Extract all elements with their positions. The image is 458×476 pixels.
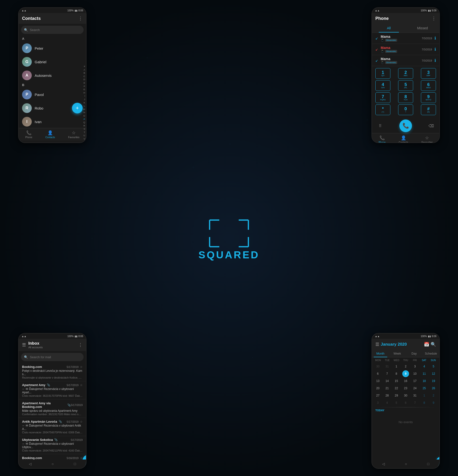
call-info-btn-2[interactable]: ℹ	[434, 58, 436, 63]
add-contact-fab[interactable]: +	[72, 103, 83, 113]
contact-ivan[interactable]: I Ivan	[19, 115, 86, 128]
dialpad-key-star[interactable]: *(+)	[375, 104, 390, 115]
cal-day-6b[interactable]: 6	[402, 400, 409, 406]
contacts-nav-contacts[interactable]: 👤 Contacts	[45, 130, 55, 139]
cal-day-2[interactable]: 2	[402, 363, 409, 370]
cal-day-9-today[interactable]: 9	[402, 370, 409, 377]
cal-day-9b[interactable]: 9	[430, 400, 437, 406]
dialpad-key-2[interactable]: 2ABC	[398, 68, 413, 79]
dialpad-backspace-btn[interactable]: ⌫	[426, 121, 436, 131]
cal-day-11[interactable]: 11	[421, 370, 428, 377]
email-row-1[interactable]: Apartment Amy 📎 5/17/2019 ☆ ← ✉ Ďakujeme…	[19, 381, 86, 400]
cal-day-17[interactable]: 17	[411, 378, 418, 384]
cal-day-7[interactable]: 7	[384, 370, 390, 377]
dialpad-key-9[interactable]: 9WXYZ	[421, 92, 436, 103]
contact-pavol[interactable]: P Pavol	[19, 88, 86, 101]
cal-day-18[interactable]: 18	[421, 378, 428, 384]
cal-day-15[interactable]: 15	[393, 378, 400, 384]
phone-nav-contacts[interactable]: 👤 Contacts	[399, 135, 408, 143]
call-row-0[interactable]: ↙ Mama 📱 Slovensko 7/3/2019 ℹ	[372, 33, 439, 44]
cal-day-8b[interactable]: 8	[421, 400, 428, 406]
cal-day-6[interactable]: 6	[374, 370, 381, 377]
contacts-scroll[interactable]: A P Peter G Gabriel A A	[19, 36, 86, 128]
inbox-hamburger-icon[interactable]: ☰	[22, 342, 26, 348]
contact-peter[interactable]: P Peter	[19, 42, 86, 55]
inbox-menu-icon[interactable]: ⋮	[78, 342, 83, 348]
cal-home-btn[interactable]: ○	[405, 462, 407, 466]
email-star-1[interactable]: ☆	[80, 383, 83, 387]
cal-day-12[interactable]: 12	[430, 370, 437, 377]
tab-all[interactable]: All	[372, 24, 406, 33]
dialpad-key-3[interactable]: 3DEF	[421, 68, 436, 79]
dialpad-key-hash[interactable]: #(0)	[421, 104, 436, 115]
contact-gabriel[interactable]: G Gabriel	[19, 55, 86, 68]
call-row-1[interactable]: ↙ Mama 📱 Slovensko 7/3/2019 ℹ	[372, 44, 439, 55]
dialpad-key-5[interactable]: 5JKL	[398, 80, 413, 91]
cal-day-31b[interactable]: 31	[411, 392, 418, 399]
email-row-4[interactable]: Ubytovanie Sokolica 📎 5/17/2019 ← ✉ Ďaku…	[19, 436, 86, 454]
email-row-0[interactable]: Booking.com 5/17/2019 ☆ Pobyt v destinác…	[19, 363, 86, 381]
email-row-3[interactable]: Antik Apartmán Levoča 📎 5/17/2019 ☆ ← ✉ …	[19, 418, 86, 436]
phone-nav-favourites[interactable]: ☆ Favourites	[421, 135, 433, 143]
email-row-2[interactable]: Apartment Amy via Booking.com 📎 5/17/201…	[19, 400, 86, 418]
contacts-search-bar[interactable]: 🔍	[21, 26, 84, 34]
cal-day-1b[interactable]: 1	[421, 392, 428, 399]
cal-day-3b[interactable]: 3	[374, 400, 381, 406]
call-info-btn-0[interactable]: ℹ	[434, 36, 436, 41]
call-button[interactable]: 📞	[399, 119, 412, 132]
cal-day-5[interactable]: 5	[430, 363, 437, 370]
email-scroll[interactable]: Booking.com 5/17/2019 ☆ Pobyt v destinác…	[19, 363, 86, 465]
call-row-2[interactable]: ↙ Mama 📱 Slovensko 7/3/2019 ℹ	[372, 55, 439, 66]
cal-day-4b[interactable]: 4	[384, 400, 390, 406]
dialpad-key-8[interactable]: 8TUV	[398, 92, 413, 103]
contacts-nav-favourites[interactable]: ☆ Favourites	[68, 130, 79, 139]
cal-day-7b[interactable]: 7	[411, 400, 418, 406]
cal-day-26[interactable]: 26	[430, 385, 437, 392]
call-info-btn-1[interactable]: ℹ	[434, 47, 436, 52]
cal-day-27[interactable]: 27	[374, 392, 381, 399]
email-back-btn[interactable]: ◁	[29, 462, 32, 466]
cal-day-16[interactable]: 16	[402, 378, 409, 384]
cal-tab-schedule[interactable]: Schedule	[423, 350, 440, 357]
phone-nav-phone[interactable]: 📞 Phone	[379, 135, 386, 143]
cal-day-30a[interactable]: 30	[374, 363, 381, 370]
cal-day-28[interactable]: 28	[384, 392, 390, 399]
cal-day-3[interactable]: 3	[411, 363, 418, 370]
alphabet-sidebar[interactable]: # A B C D E F G H I J K L M N O P Q R S	[83, 65, 85, 143]
cal-hamburger-icon[interactable]: ☰	[375, 342, 379, 347]
cal-tab-day[interactable]: Day	[406, 350, 423, 357]
dialpad-key-0[interactable]: 0+	[398, 104, 413, 115]
cal-recents-btn[interactable]: □	[427, 462, 429, 466]
cal-tab-month[interactable]: Month	[372, 350, 389, 357]
dialpad-key-4[interactable]: 4GHI	[375, 80, 390, 91]
cal-day-25[interactable]: 25	[421, 385, 428, 392]
email-home-btn[interactable]: ○	[52, 462, 54, 466]
cal-back-btn[interactable]: ◁	[382, 462, 385, 466]
cal-day-10[interactable]: 10	[411, 370, 418, 377]
contacts-menu-icon[interactable]: ⋮	[78, 16, 83, 21]
cal-day-4[interactable]: 4	[421, 363, 428, 370]
cal-day-23[interactable]: 23	[402, 385, 409, 392]
dialpad-toggle-btn[interactable]: ⠿	[375, 121, 385, 131]
dialpad-key-1[interactable]: 1QO	[375, 68, 390, 79]
email-search-input[interactable]	[30, 355, 81, 359]
cal-day-24[interactable]: 24	[411, 385, 418, 392]
cal-day-5b[interactable]: 5	[393, 400, 400, 406]
cal-day-29[interactable]: 29	[393, 392, 400, 399]
cal-tab-week[interactable]: Week	[389, 350, 406, 357]
email-star-3[interactable]: ☆	[80, 420, 83, 423]
cal-day-20[interactable]: 20	[374, 385, 381, 392]
contacts-search-input[interactable]	[30, 28, 81, 32]
cal-day-30b[interactable]: 30	[402, 392, 409, 399]
email-star-0[interactable]: ☆	[80, 365, 83, 369]
cal-day-22[interactable]: 22	[393, 385, 400, 392]
cal-today-icon[interactable]: 📅	[424, 342, 429, 347]
tab-missed[interactable]: Missed	[406, 24, 439, 33]
dialpad-key-6[interactable]: 6MNO	[421, 80, 436, 91]
email-recents-btn[interactable]: □	[74, 462, 76, 466]
contacts-nav-phone[interactable]: 📞 Phone	[25, 130, 32, 139]
cal-day-31a[interactable]: 31	[384, 363, 390, 370]
email-star-5[interactable]: ☆	[80, 456, 83, 460]
cal-day-8[interactable]: 8	[393, 370, 400, 377]
cal-search-icon[interactable]: 🔍	[431, 342, 436, 347]
